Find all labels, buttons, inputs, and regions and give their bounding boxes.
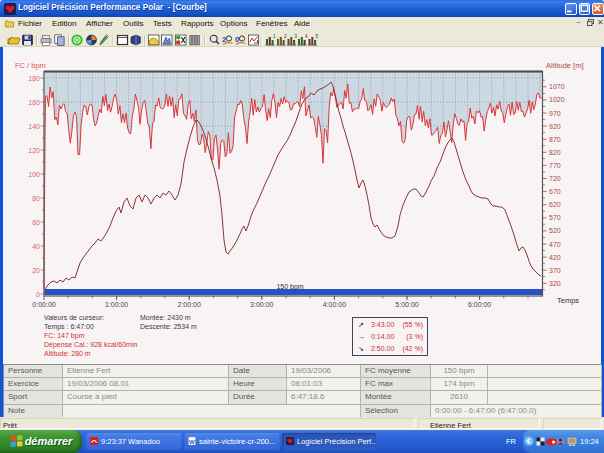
svg-text:3: 3 — [295, 34, 298, 39]
svg-text:20: 20 — [32, 267, 40, 274]
svg-text:970: 970 — [549, 110, 561, 117]
svg-text:5:00:00: 5:00:00 — [395, 301, 418, 308]
svg-text:W: W — [189, 438, 195, 444]
svg-text:3:00:00: 3:00:00 — [250, 301, 273, 308]
svg-text:370: 370 — [549, 267, 561, 274]
svg-text:40: 40 — [32, 243, 40, 250]
svg-text:Altitude [m]: Altitude [m] — [546, 61, 584, 70]
svg-text:FC / bpm: FC / bpm — [15, 61, 46, 70]
svg-text:0: 0 — [36, 291, 40, 298]
svg-text:570: 570 — [549, 214, 561, 221]
svg-text:160: 160 — [28, 99, 40, 106]
svg-text:6:00:00: 6:00:00 — [468, 301, 491, 308]
svg-text:60: 60 — [32, 219, 40, 226]
svg-text:1: 1 — [273, 34, 276, 39]
svg-text:820: 820 — [549, 149, 561, 156]
svg-text:0:00:00: 0:00:00 — [32, 301, 55, 308]
svg-text:320: 320 — [549, 280, 561, 287]
svg-text:1070: 1070 — [549, 83, 565, 90]
svg-text:720: 720 — [549, 175, 561, 182]
svg-text:470: 470 — [549, 241, 561, 248]
svg-text:2: 2 — [284, 34, 287, 39]
svg-text:770: 770 — [549, 162, 561, 169]
svg-text:120: 120 — [28, 147, 40, 154]
svg-text:670: 670 — [549, 188, 561, 195]
svg-text:150 bpm: 150 bpm — [276, 283, 303, 291]
svg-text:920: 920 — [549, 123, 561, 130]
svg-text:180: 180 — [28, 75, 40, 82]
svg-text:4: 4 — [305, 34, 308, 39]
svg-text:520: 520 — [549, 227, 561, 234]
svg-text:140: 140 — [28, 123, 40, 130]
svg-text:2:00:00: 2:00:00 — [178, 301, 201, 308]
svg-text:80: 80 — [32, 195, 40, 202]
svg-text:420: 420 — [549, 254, 561, 261]
svg-text:5: 5 — [316, 34, 319, 39]
svg-text:Temps: Temps — [557, 296, 579, 305]
svg-text:1020: 1020 — [549, 96, 565, 103]
svg-text:1:00:00: 1:00:00 — [105, 301, 128, 308]
svg-text:620: 620 — [549, 201, 561, 208]
svg-text:870: 870 — [549, 136, 561, 143]
svg-text:100: 100 — [28, 171, 40, 178]
svg-text:4:00:00: 4:00:00 — [323, 301, 346, 308]
